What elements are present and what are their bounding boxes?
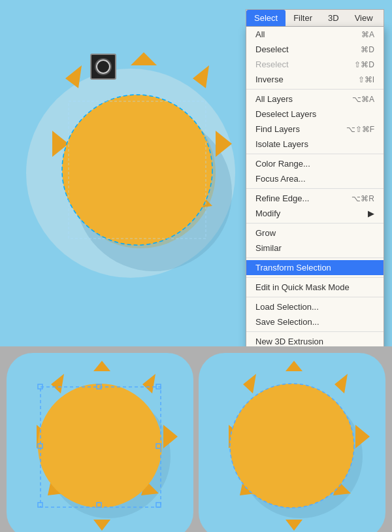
svg-marker-3 bbox=[216, 131, 232, 157]
menu-item-inverse-label: Inverse bbox=[255, 75, 284, 84]
menu-item-deselect-layers[interactable]: Deselect Layers bbox=[246, 107, 384, 122]
menu-item-focus-area-label: Focus Area... bbox=[255, 174, 306, 184]
bottom-right-sun bbox=[204, 359, 380, 532]
svg-marker-18 bbox=[93, 520, 110, 531]
menu-item-reselect-shortcut: ⇧⌘D bbox=[354, 60, 374, 69]
svg-marker-21 bbox=[51, 374, 64, 393]
menu-item-load-selection[interactable]: Load Selection... bbox=[246, 299, 384, 314]
bottom-left-panel bbox=[7, 353, 193, 532]
menu-item-all-label: All bbox=[255, 29, 265, 39]
svg-marker-37 bbox=[286, 520, 302, 531]
menu-item-color-range-label: Color Range... bbox=[255, 159, 310, 169]
menu-item-focus-area[interactable]: Focus Area... bbox=[246, 171, 384, 186]
menu-item-deselect-layers-label: Deselect Layers bbox=[255, 109, 316, 119]
menu-item-color-range[interactable]: Color Range... bbox=[246, 156, 384, 171]
svg-marker-34 bbox=[335, 374, 348, 393]
separator-6 bbox=[246, 277, 384, 278]
svg-marker-15 bbox=[142, 374, 155, 393]
svg-marker-14 bbox=[93, 361, 110, 371]
menu-item-all-layers-shortcut: ⌥⌘A bbox=[352, 95, 374, 104]
menu-item-inverse[interactable]: Inverse ⇧⌘I bbox=[246, 72, 384, 87]
menu-item-all-layers-label: All Layers bbox=[255, 94, 293, 104]
svg-marker-1 bbox=[131, 52, 157, 65]
menu-item-transform-selection-label: Transform Selection bbox=[255, 263, 331, 273]
menu-bar: Select Filter 3D View All ⌘A Deselect ⌘D… bbox=[246, 9, 384, 346]
menu-tab-view[interactable]: View bbox=[347, 10, 381, 26]
menu-item-modify[interactable]: Modify ▶ bbox=[246, 206, 384, 221]
svg-rect-27 bbox=[156, 503, 161, 507]
svg-marker-16 bbox=[163, 425, 178, 448]
menu-item-all[interactable]: All ⌘A bbox=[246, 27, 384, 42]
selection-tool-icon bbox=[90, 54, 116, 80]
menu-item-deselect-label: Deselect bbox=[255, 44, 289, 54]
separator-3 bbox=[246, 188, 384, 189]
menu-item-deselect-shortcut: ⌘D bbox=[361, 45, 374, 54]
menu-item-load-selection-label: Load Selection... bbox=[255, 302, 319, 312]
menu-item-reselect-label: Reselect bbox=[255, 59, 289, 69]
menu-item-find-layers-label: Find Layers bbox=[255, 124, 300, 134]
svg-marker-8 bbox=[65, 65, 82, 88]
menu-item-quick-mask[interactable]: Edit in Quick Mask Mode bbox=[246, 280, 384, 295]
menu-item-refine-edge[interactable]: Refine Edge... ⌥⌘R bbox=[246, 191, 384, 206]
svg-point-10 bbox=[62, 95, 212, 245]
separator-8 bbox=[246, 331, 384, 332]
top-canvas: Select Filter 3D View All ⌘A Deselect ⌘D… bbox=[0, 0, 392, 346]
menu-item-transform-selection[interactable]: Transform Selection bbox=[246, 260, 384, 275]
menu-item-deselect[interactable]: Deselect ⌘D bbox=[246, 42, 384, 57]
separator-2 bbox=[246, 154, 384, 154]
menu-tab-filter[interactable]: Filter bbox=[286, 10, 320, 26]
separator-7 bbox=[246, 297, 384, 297]
menu-tab-3d[interactable]: 3D bbox=[320, 10, 347, 26]
menu-item-save-selection[interactable]: Save Selection... bbox=[246, 314, 384, 329]
svg-marker-33 bbox=[286, 361, 302, 371]
svg-point-22 bbox=[38, 384, 162, 508]
menu-item-modify-label: Modify bbox=[255, 208, 280, 218]
menu-item-all-layers[interactable]: All Layers ⌥⌘A bbox=[246, 91, 384, 107]
menu-item-new-3d[interactable]: New 3D Extrusion bbox=[246, 334, 384, 346]
separator-5 bbox=[246, 258, 384, 258]
menu-item-inverse-shortcut: ⇧⌘I bbox=[358, 75, 374, 84]
bottom-section bbox=[0, 346, 392, 532]
modify-arrow-icon: ▶ bbox=[368, 208, 374, 218]
svg-marker-2 bbox=[193, 65, 209, 88]
sun-canvas-area bbox=[20, 13, 242, 333]
menu-item-save-selection-label: Save Selection... bbox=[255, 317, 319, 327]
menu-item-new-3d-label: New 3D Extrusion bbox=[255, 337, 323, 346]
sun-illustration bbox=[29, 13, 232, 333]
separator-1 bbox=[246, 89, 384, 90]
svg-marker-40 bbox=[243, 374, 256, 393]
bottom-left-sun bbox=[12, 359, 188, 532]
svg-point-41 bbox=[230, 384, 354, 508]
menu-item-find-layers-shortcut: ⌥⇧⌘F bbox=[346, 125, 374, 134]
menu-item-isolate-layers[interactable]: Isolate Layers bbox=[246, 137, 384, 152]
menu-dropdown: All ⌘A Deselect ⌘D Reselect ⇧⌘D Inverse … bbox=[246, 26, 384, 346]
menu-tabs: Select Filter 3D View bbox=[246, 9, 384, 26]
menu-item-reselect: Reselect ⇧⌘D bbox=[246, 57, 384, 72]
separator-4 bbox=[246, 223, 384, 224]
menu-item-similar-label: Similar bbox=[255, 243, 282, 253]
menu-item-similar[interactable]: Similar bbox=[246, 241, 384, 256]
menu-item-grow-label: Grow bbox=[255, 228, 276, 238]
bottom-right-panel bbox=[199, 353, 385, 532]
menu-item-quick-mask-label: Edit in Quick Mask Mode bbox=[255, 282, 350, 292]
svg-marker-35 bbox=[355, 425, 370, 448]
menu-item-grow[interactable]: Grow bbox=[246, 225, 384, 241]
menu-item-refine-edge-label: Refine Edge... bbox=[255, 193, 309, 203]
menu-item-refine-edge-shortcut: ⌥⌘R bbox=[351, 194, 374, 203]
menu-item-find-layers[interactable]: Find Layers ⌥⇧⌘F bbox=[246, 122, 384, 137]
menu-tab-select[interactable]: Select bbox=[246, 10, 286, 26]
menu-item-all-shortcut: ⌘A bbox=[361, 30, 374, 39]
menu-item-isolate-layers-label: Isolate Layers bbox=[255, 139, 308, 149]
